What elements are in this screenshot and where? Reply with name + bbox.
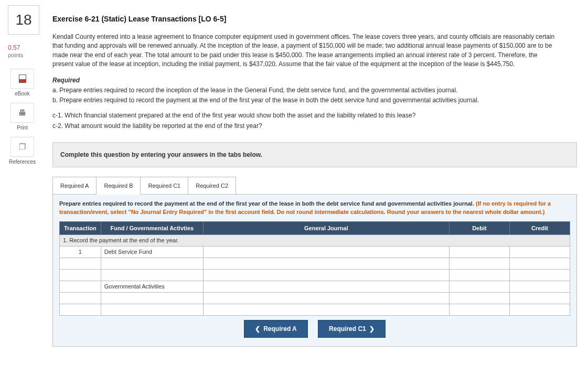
- requirement-b: b. Prepare entries required to record th…: [52, 96, 556, 105]
- references-icon: [19, 142, 26, 152]
- next-tab-button[interactable]: Required C1 ❯: [318, 320, 386, 338]
- cell-account-3[interactable]: [203, 269, 449, 281]
- print-button[interactable]: [10, 103, 34, 123]
- cell-account-1[interactable]: [203, 246, 449, 258]
- cell-credit-6[interactable]: [510, 304, 570, 315]
- cell-debit-5[interactable]: [450, 292, 510, 304]
- requirement-c2: c-2. What amount would the liability be …: [52, 122, 556, 131]
- cell-transaction-1: 1: [60, 246, 101, 258]
- references-label: References: [0, 159, 45, 165]
- th-fund: Fund / Governmental Activties: [101, 221, 203, 234]
- print-label: Print: [0, 125, 45, 131]
- prev-tab-button[interactable]: ❮ Required A: [244, 320, 308, 338]
- requirement-c1: c-1. Which financial statement prepared …: [52, 111, 556, 120]
- section-1-label: 1. Record the payment at the end of the …: [60, 234, 570, 246]
- cell-debit-3[interactable]: [450, 269, 510, 281]
- cell-account-2[interactable]: [203, 258, 449, 269]
- references-button[interactable]: [10, 137, 34, 157]
- table-row: 1 Debt Service Fund: [60, 246, 570, 258]
- print-icon: [18, 108, 26, 117]
- cell-fund-4: Governmental Activities: [101, 281, 203, 292]
- exercise-title: Exercise 6-21 (Static) Lease Transaction…: [52, 15, 577, 23]
- cell-debit-6[interactable]: [450, 304, 510, 315]
- question-number: 18: [15, 12, 31, 28]
- table-row: [60, 258, 570, 269]
- ebook-button[interactable]: [10, 69, 34, 89]
- table-row: Governmental Activities: [60, 281, 570, 292]
- cell-account-5[interactable]: [203, 292, 449, 304]
- tab-required-a[interactable]: Required A: [52, 177, 97, 195]
- cell-credit-2[interactable]: [510, 258, 570, 269]
- cell-credit-5[interactable]: [510, 292, 570, 304]
- instruction-bar: Complete this question by entering your …: [52, 142, 577, 167]
- cell-credit-3[interactable]: [510, 269, 570, 281]
- problem-text: Kendall County entered into a lease agre…: [52, 33, 556, 69]
- ebook-label: eBook: [0, 91, 45, 97]
- cell-account-6[interactable]: [203, 304, 449, 315]
- tab-required-c2[interactable]: Required C2: [188, 177, 236, 195]
- cell-credit-1[interactable]: [510, 246, 570, 258]
- points-label: points: [8, 52, 45, 59]
- requirement-a: a. Prepare entries required to record th…: [52, 86, 556, 95]
- panel-main-instruction: Prepare entries required to record the p…: [59, 200, 474, 207]
- th-transaction: Transaction: [60, 221, 101, 234]
- tab-required-c1[interactable]: Required C1: [140, 177, 188, 195]
- table-row: [60, 304, 570, 315]
- points-value: 0.57: [8, 44, 45, 52]
- tab-panel-required-b: Prepare entries required to record the p…: [52, 194, 577, 347]
- cell-debit-2[interactable]: [450, 258, 510, 269]
- chevron-left-icon: ❮: [255, 325, 264, 333]
- ebook-icon: [19, 74, 26, 83]
- question-number-box: 18: [8, 5, 39, 35]
- tabs-row: Required A Required B Required C1 Requir…: [52, 177, 577, 195]
- cell-account-4[interactable]: [203, 281, 449, 292]
- cell-debit-1[interactable]: [450, 246, 510, 258]
- th-general-journal: General Journal: [203, 221, 449, 234]
- th-debit: Debit: [450, 221, 510, 234]
- chevron-right-icon: ❯: [366, 325, 375, 333]
- th-credit: Credit: [510, 221, 570, 234]
- required-header: Required: [52, 77, 577, 84]
- tab-required-b[interactable]: Required B: [96, 177, 141, 195]
- journal-entry-table: Transaction Fund / Governmental Activtie…: [59, 221, 570, 316]
- table-row: [60, 269, 570, 281]
- cell-fund-1: Debt Service Fund: [101, 246, 203, 258]
- cell-debit-4[interactable]: [450, 281, 510, 292]
- points-block: 0.57 points: [8, 44, 45, 59]
- table-row: [60, 292, 570, 304]
- cell-credit-4[interactable]: [510, 281, 570, 292]
